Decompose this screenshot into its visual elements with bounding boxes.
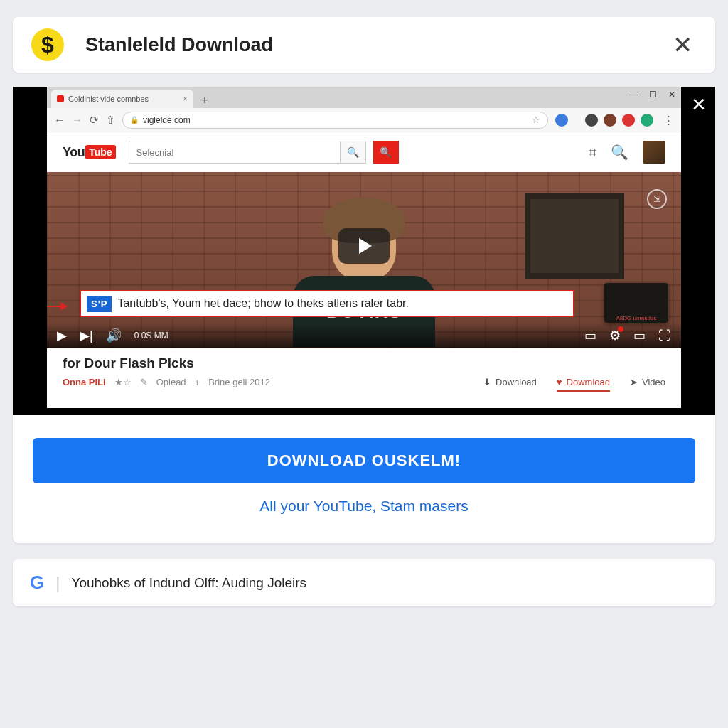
next-icon[interactable]: ▶|: [80, 328, 93, 343]
extension-icon[interactable]: [585, 114, 598, 127]
tab-add-button[interactable]: +: [196, 92, 213, 108]
send-icon: ➤: [630, 377, 638, 387]
url-text: viglelde.com: [143, 115, 191, 125]
video-meta: Onna PILI ★☆ ✎ Oplead + Brine geli 2012 …: [63, 377, 665, 387]
star-icon: ★☆: [114, 377, 132, 387]
window-close-icon[interactable]: ✕: [668, 90, 675, 100]
app-dollar-icon: $: [31, 28, 64, 61]
volume-icon[interactable]: 🔊: [106, 328, 122, 343]
window-minimize-icon[interactable]: —: [629, 90, 638, 100]
logo-tube: Tube: [85, 145, 115, 159]
nav-forward-icon[interactable]: →: [72, 114, 82, 126]
meta-date: Brine geli 2012: [208, 377, 270, 387]
separator: |: [55, 573, 60, 593]
browser-frame: Coldinist vide comnbes × + — ☐ ✕ ← → ⟳ ⇧…: [47, 87, 681, 408]
captions-icon[interactable]: ▭: [584, 328, 596, 343]
search-icon: 🔍: [380, 146, 392, 158]
youtube-logo[interactable]: You Tube: [63, 145, 116, 160]
extension-icon[interactable]: [555, 114, 568, 127]
footer-card[interactable]: G | Youhobks of Indund Olff: Auding Jole…: [13, 559, 715, 606]
google-logo-icon: G: [30, 572, 44, 594]
play-icon[interactable]: ▶: [57, 328, 67, 343]
footer-text: Youhobks of Indund Olff: Auding Joleirs: [71, 575, 306, 591]
tab-title: Coldinist vide comnbes: [68, 95, 149, 103]
channel-name[interactable]: Onna PILI: [63, 377, 106, 387]
cta-sub-link[interactable]: All your YouTube, Stam masers: [13, 498, 715, 515]
browser-tab[interactable]: Coldinist vide comnbes ×: [51, 90, 193, 108]
picture-frame: [525, 193, 624, 279]
tab-close-icon[interactable]: ×: [183, 94, 188, 104]
nav-reload-icon[interactable]: ⟳: [90, 114, 99, 127]
header-card: $ Stanleleld Download ✕: [13, 17, 715, 73]
browser-tab-bar: Coldinist vide comnbes × + — ☐ ✕: [47, 87, 681, 108]
video-player[interactable]: DOVIRS S'P Tantubb's, Youm het dace; bho…: [47, 172, 681, 348]
window-controls: — ☐ ✕: [629, 90, 675, 100]
nav-home-icon[interactable]: ⇧: [106, 114, 115, 127]
url-input[interactable]: 🔒 viglelde.com ☆: [122, 112, 548, 129]
picture-in-picture-icon[interactable]: ⇲: [647, 189, 667, 209]
download-cta-button[interactable]: DOWNLOAD OUSKELM!: [33, 438, 695, 483]
close-icon[interactable]: ✕: [668, 31, 697, 59]
notification-dot-icon: [618, 326, 623, 332]
pencil-icon: ✎: [140, 377, 148, 387]
window-maximize-icon[interactable]: ☐: [649, 90, 657, 100]
browser-url-bar: ← → ⟳ ⇧ 🔒 viglelde.com ☆ ⋮: [47, 108, 681, 132]
theater-icon[interactable]: ▭: [633, 328, 646, 343]
tab-favicon-icon: [57, 95, 64, 102]
extension-icons: ⋮: [555, 114, 674, 127]
mini-preview-label: A8DG unresdos: [615, 314, 658, 323]
meta-upload: Oplead: [156, 377, 186, 387]
lock-icon: 🔒: [130, 116, 139, 124]
caption-callout: S'P Tantubb's, Youm het dace; bhow to th…: [80, 290, 574, 317]
download-icon: ⬇: [483, 377, 491, 387]
video-close-icon[interactable]: ✕: [691, 94, 707, 116]
play-icon: [359, 238, 372, 254]
action-download[interactable]: ⬇ Download: [483, 377, 537, 387]
page-title: Stanleleld Download: [85, 34, 668, 56]
search-button[interactable]: 🔍: [341, 141, 366, 164]
youtube-header-right: ⌗ 🔍: [589, 141, 665, 164]
extension-icon[interactable]: [622, 114, 635, 127]
extension-icon[interactable]: [641, 114, 653, 127]
bookmark-star-icon[interactable]: ☆: [532, 114, 540, 125]
youtube-search: 🔍 🔍: [129, 141, 399, 164]
apps-grid-icon[interactable]: ⌗: [589, 144, 596, 161]
caption-badge: S'P: [87, 296, 112, 312]
action-video[interactable]: ➤ Video: [630, 377, 665, 387]
youtube-header: You Tube 🔍 🔍 ⌗ 🔍: [47, 132, 681, 172]
heart-icon: ♥: [557, 377, 562, 387]
play-button[interactable]: [338, 228, 390, 264]
browser-menu-icon[interactable]: ⋮: [663, 114, 674, 127]
video-time: 0 0S MM: [134, 331, 168, 341]
video-info: for Dour Flash Picks Onna PILI ★☆ ✎ Ople…: [47, 348, 681, 396]
logo-you: You: [63, 145, 85, 160]
mini-preview[interactable]: A8DG unresdos: [604, 283, 668, 323]
video-title: for Dour Flash Picks: [63, 355, 665, 371]
search-input[interactable]: [129, 141, 341, 164]
action-download-heart[interactable]: ♥ Dowmload: [557, 377, 610, 392]
nav-back-icon[interactable]: ←: [54, 114, 65, 126]
fullscreen-icon[interactable]: ⛶: [658, 328, 671, 343]
search-icon[interactable]: 🔍: [611, 144, 628, 161]
extension-icon[interactable]: [604, 114, 616, 127]
main-card: ✕ Coldinist vide comnbes × + — ☐ ✕ ← →: [13, 87, 715, 543]
search-red-button[interactable]: 🔍: [373, 141, 399, 164]
search-icon: 🔍: [347, 146, 359, 158]
video-area: ✕ Coldinist vide comnbes × + — ☐ ✕ ← →: [13, 87, 715, 415]
video-controls: ▶ ▶| 🔊 0 0S MM ▭ ⚙ ▭ ⛶: [47, 323, 681, 348]
caption-text: Tantubb's, Youm het dace; bhow to theks …: [117, 297, 409, 310]
callout-arrow-icon: [47, 306, 67, 307]
settings-button[interactable]: ⚙: [609, 328, 621, 343]
plus-icon: +: [195, 377, 200, 387]
video-actions: ⬇ Download ♥ Dowmload ➤ Video: [483, 377, 665, 387]
avatar[interactable]: [643, 141, 665, 164]
